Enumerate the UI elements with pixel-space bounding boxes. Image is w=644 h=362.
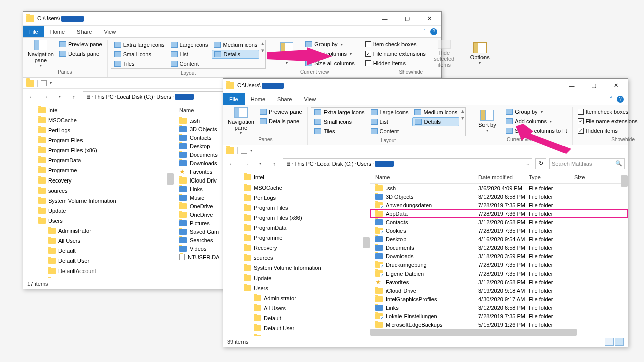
list-item[interactable]: Downloads3/18/2020 3:59 PMFile folder (370, 252, 628, 260)
list-item[interactable]: AppData7/28/2019 7:36 PMFile folder (370, 209, 628, 218)
scrollbar-thumb[interactable] (363, 237, 370, 248)
hide-selected-button[interactable]: Hide selected items (430, 40, 459, 68)
details-option[interactable]: Details (412, 117, 459, 126)
address-dropdown-icon[interactable]: ⌄ (526, 161, 530, 166)
tree-item[interactable]: Program Files (x86) (223, 213, 370, 223)
tree-item[interactable]: Intel (23, 105, 174, 115)
extra-large-icons-option[interactable]: Extra large icons (112, 40, 167, 49)
layout-more-icon[interactable]: ▾ (261, 47, 264, 54)
list-item[interactable]: .ssh3/6/2020 4:09 PMFile folder (370, 184, 628, 192)
qat-more-icon[interactable]: ▾ (50, 81, 52, 85)
breadcrumb-item[interactable]: Users (156, 94, 171, 100)
scrollbar-thumb[interactable] (167, 173, 174, 185)
qat-check-icon[interactable] (41, 80, 47, 86)
column-type[interactable]: Type (529, 174, 574, 180)
tree-item[interactable]: Programme (23, 165, 174, 175)
list-item[interactable]: Anwendungsdaten7/28/2019 7:35 PMFile fol… (370, 201, 628, 209)
list-item[interactable]: Links3/12/2020 6:58 PMFile folder (370, 303, 628, 312)
content-option[interactable]: Content (369, 127, 411, 136)
breadcrumb[interactable]: 🖥› This PC› Local Disk (C:)› Users› ⌄ (283, 158, 532, 169)
tab-file[interactable]: File (23, 26, 44, 37)
column-name[interactable]: Name (375, 174, 478, 180)
list-item[interactable]: iCloud Drive3/19/2020 9:18 AMFile folder (370, 286, 628, 295)
breadcrumb-item[interactable] (375, 161, 394, 167)
navigation-tree[interactable]: IntelMSOCachePerfLogsProgram FilesProgra… (23, 104, 174, 278)
hidden-items-toggle[interactable]: Hidden items (576, 126, 640, 135)
tree-item[interactable]: All Users (223, 303, 370, 313)
list-item[interactable]: IntelGraphicsProfiles4/30/2020 9:17 AMFi… (370, 295, 628, 303)
list-item[interactable]: 3D Objects3/12/2020 6:58 PMFile folder (370, 192, 628, 201)
list-item[interactable]: Documents3/12/2020 6:58 PMFile folder (370, 243, 628, 252)
forward-button[interactable]: → (240, 158, 252, 169)
collapse-ribbon-icon[interactable]: ˄ (610, 96, 613, 102)
minimize-button[interactable]: — (374, 12, 396, 26)
extra-large-icons-option[interactable]: Extra large icons (312, 108, 367, 117)
sort-by-button[interactable]: Sort by ▾ (472, 107, 502, 135)
small-icons-option[interactable]: Small icons (112, 50, 167, 59)
scrollbar-thumb[interactable] (621, 175, 628, 187)
breadcrumb-item[interactable] (175, 94, 194, 100)
search-icon[interactable]: 🔍 (615, 160, 622, 167)
help-icon[interactable]: ? (430, 28, 437, 35)
breadcrumb-item[interactable]: Local Disk (C:) (117, 94, 153, 100)
list-item[interactable]: Desktop4/16/2020 9:54 AMFile folder (370, 235, 628, 243)
list-option[interactable]: List (369, 117, 411, 126)
titlebar[interactable]: C:\Users\ — ▢ ✕ (223, 79, 628, 93)
details-option[interactable]: Details (212, 50, 259, 59)
tree-item[interactable]: Recovery (23, 175, 174, 186)
tree-item[interactable]: Update (23, 206, 174, 216)
tab-home[interactable]: Home (44, 26, 71, 37)
up-button[interactable]: ↑ (68, 91, 79, 102)
qat-more-icon[interactable]: ▾ (250, 148, 252, 153)
recent-locations-button[interactable]: ▾ (255, 158, 266, 169)
tab-view[interactable]: View (298, 93, 322, 105)
qat-check-icon[interactable] (241, 148, 247, 154)
tree-item[interactable]: Users (23, 216, 174, 226)
tree-item[interactable]: PerfLogs (223, 193, 370, 203)
breadcrumb-item[interactable]: This PC (294, 161, 314, 167)
tree-item[interactable]: MSOCache (23, 115, 174, 125)
tree-item[interactable]: ProgramData (223, 223, 370, 233)
list-item[interactable]: Lokale Einstellungen7/28/2019 7:35 PMFil… (370, 312, 628, 320)
breadcrumb-item[interactable]: Local Disk (C:) (317, 161, 353, 167)
small-icons-option[interactable]: Small icons (312, 117, 367, 126)
tree-item[interactable]: Intel (223, 172, 370, 183)
tree-item[interactable]: Default (23, 246, 174, 256)
maximize-button[interactable]: ▢ (583, 79, 605, 93)
tree-item[interactable]: PerfLogs (23, 125, 174, 135)
tiles-option[interactable]: Tiles (112, 59, 167, 68)
medium-icons-option[interactable]: Medium icons (212, 40, 259, 49)
group-by-button[interactable]: Group by▾ (504, 107, 569, 116)
file-name-extensions-toggle[interactable]: File name extensions (576, 117, 640, 126)
collapse-ribbon-icon[interactable]: ˄ (423, 28, 426, 35)
tree-item[interactable]: System Volume Information (223, 263, 370, 273)
tree-item[interactable]: Program Files (223, 203, 370, 213)
tree-item[interactable]: Default User (23, 256, 174, 266)
hide-selected-button[interactable]: Hide selected items (642, 107, 644, 135)
content-option[interactable]: Content (169, 59, 210, 68)
navigation-pane-button[interactable]: Navigation pane ▾ (26, 40, 55, 68)
tree-item[interactable]: MSOCache (223, 183, 370, 193)
tree-item[interactable]: Administrator (23, 226, 174, 236)
breadcrumb-item[interactable]: Users (357, 161, 371, 167)
tree-item[interactable]: sources (223, 253, 370, 263)
close-button[interactable]: ✕ (605, 79, 627, 93)
tree-item[interactable]: Update (223, 273, 370, 283)
back-button[interactable]: ← (26, 91, 37, 102)
tiles-option[interactable]: Tiles (312, 127, 367, 136)
preview-pane-button[interactable]: Preview pane (57, 40, 104, 49)
minimize-button[interactable]: — (560, 79, 583, 93)
list-item[interactable]: MicrosoftEdgeBackups5/15/2019 1:26 PMFil… (370, 320, 628, 329)
tree-item[interactable]: Users (223, 283, 370, 293)
close-button[interactable]: ✕ (418, 12, 440, 26)
back-button[interactable]: ← (226, 158, 237, 169)
recent-locations-button[interactable]: ▾ (54, 91, 65, 102)
medium-icons-option[interactable]: Medium icons (412, 108, 459, 117)
tab-home[interactable]: Home (245, 93, 271, 105)
tab-view[interactable]: View (98, 26, 122, 37)
refresh-button[interactable]: ↻ (535, 158, 546, 169)
item-check-boxes-toggle[interactable]: Item check boxes (576, 107, 640, 116)
navigation-tree[interactable]: IntelMSOCachePerfLogsProgram FilesProgra… (223, 171, 370, 336)
preview-pane-button[interactable]: Preview pane (258, 107, 304, 116)
help-icon[interactable]: ? (617, 96, 624, 103)
